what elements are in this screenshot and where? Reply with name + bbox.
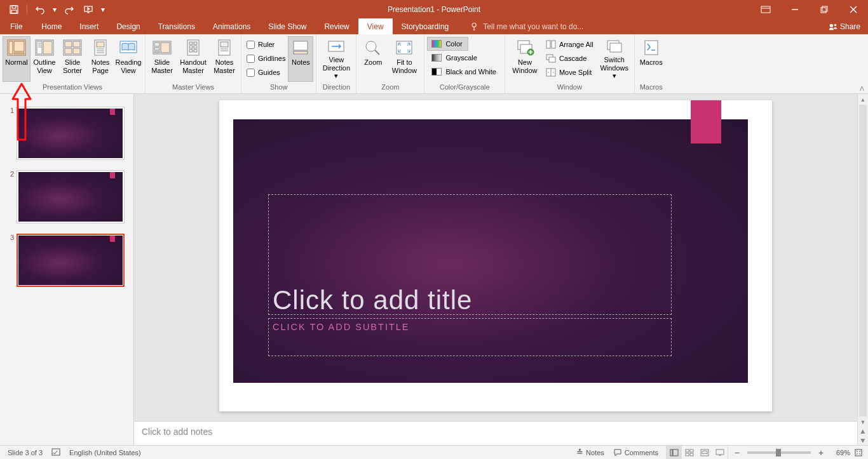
zoom-in[interactable]: + (816, 448, 826, 458)
normal-view-button[interactable]: Normal (3, 36, 31, 82)
group-label-macros: Macros (635, 83, 668, 92)
thumbnail-2-number: 2 (6, 170, 14, 223)
editor-region: Click to add title CLICK TO ADD SUBTITLE… (134, 94, 868, 445)
svg-rect-78 (855, 449, 862, 456)
ruler-label: Ruler (258, 41, 275, 48)
slide-sorter-button[interactable]: Slide Sorter (58, 36, 86, 82)
zoom-slider[interactable] (747, 451, 811, 454)
slide-master-button[interactable]: Slide Master (148, 36, 176, 82)
slide-thumbnail-pane[interactable]: 1 2 3 (0, 94, 134, 445)
zoom-out[interactable]: − (732, 448, 742, 458)
tab-view[interactable]: View (358, 18, 393, 34)
guides-checkbox[interactable]: Guides (244, 65, 288, 79)
zoom-percentage[interactable]: 69% (827, 449, 850, 456)
color-button[interactable]: Color (427, 37, 468, 51)
close-button[interactable] (839, 0, 868, 18)
notes-page-label: Notes Page (89, 58, 112, 74)
reading-view-label: Reading View (116, 58, 142, 74)
svg-rect-6 (822, 6, 827, 11)
scrollbar-thumb[interactable] (859, 105, 867, 416)
save-button[interactable] (5, 0, 23, 18)
tab-slideshow[interactable]: Slide Show (259, 18, 315, 34)
svg-rect-52 (294, 51, 308, 54)
spellcheck-icon[interactable] (51, 448, 60, 458)
ruler-checkbox[interactable]: Ruler (244, 37, 288, 51)
fit-to-window-button[interactable]: Fit to Window (387, 36, 421, 82)
svg-rect-7 (821, 8, 826, 13)
slide-sorter-status[interactable] (682, 446, 697, 460)
next-slide-button[interactable]: ⯆ (858, 436, 868, 445)
undo-button[interactable] (31, 0, 49, 18)
grayscale-button[interactable]: Grayscale (427, 51, 483, 65)
svg-rect-67 (610, 43, 621, 52)
notes-pane[interactable]: Click to add notes (134, 421, 857, 445)
new-window-label: New Window (510, 58, 539, 74)
arrange-all-button[interactable]: Arrange All (542, 37, 597, 51)
start-slideshow-button[interactable] (79, 0, 97, 18)
collapse-ribbon-button[interactable]: ᐱ (860, 85, 864, 92)
tab-home[interactable]: Home (32, 18, 71, 34)
title-placeholder[interactable]: Click to add title (268, 194, 672, 315)
subtitle-placeholder[interactable]: CLICK TO ADD SUBTITLE (268, 318, 672, 356)
svg-point-12 (834, 23, 837, 26)
svg-point-11 (830, 23, 833, 27)
tab-file[interactable]: File (0, 18, 32, 34)
language-indicator[interactable]: English (United States) (69, 449, 141, 456)
gridlines-checkbox[interactable]: Gridlines (244, 51, 288, 65)
reading-view-status[interactable] (697, 446, 712, 460)
share-button[interactable]: Share (821, 18, 868, 34)
handout-master-button[interactable]: Handout Master (176, 36, 210, 82)
svg-rect-48 (220, 42, 228, 47)
notes-toggle[interactable]: ≛Notes (573, 446, 608, 460)
scroll-down-arrow[interactable]: ▼ (858, 416, 868, 427)
thumbnail-2[interactable]: 2 (0, 166, 133, 230)
macros-icon (642, 39, 660, 56)
thumbnail-1[interactable]: 1 (0, 103, 133, 166)
switch-windows-button[interactable]: Switch Windows ▾ (597, 36, 632, 82)
new-window-icon (515, 39, 534, 56)
tab-design[interactable]: Design (107, 18, 149, 34)
cascade-button[interactable]: Cascade (542, 51, 597, 65)
slide-canvas[interactable]: Click to add title CLICK TO ADD SUBTITLE (134, 94, 857, 421)
svg-point-54 (366, 41, 376, 51)
group-zoom: Zoom Fit to Window Zoom (356, 34, 424, 93)
notes-button[interactable]: Notes (288, 36, 313, 82)
slideshow-status[interactable] (712, 446, 728, 460)
svg-rect-14 (9, 41, 13, 54)
move-split-button[interactable]: Move Split (542, 65, 597, 79)
tab-insert[interactable]: Insert (71, 18, 107, 34)
zoom-button[interactable]: Zoom (359, 36, 387, 82)
reading-view-button[interactable]: Reading View (114, 36, 142, 82)
minimize-button[interactable] (780, 0, 810, 18)
prev-slide-button[interactable]: ⯅ (858, 427, 868, 436)
view-direction-button[interactable]: View Direction ▾ (319, 36, 353, 82)
black-white-button[interactable]: Black and White (427, 65, 501, 79)
slide[interactable]: Click to add title CLICK TO ADD SUBTITLE (219, 100, 772, 411)
ribbon-display-options[interactable] (751, 0, 780, 18)
svg-line-55 (375, 50, 379, 55)
new-window-button[interactable]: New Window (508, 36, 542, 82)
zoom-knob[interactable] (776, 449, 781, 456)
restore-button[interactable] (810, 0, 839, 18)
tell-me-search[interactable]: Tell me what you want to do... (458, 18, 583, 34)
qat-customize[interactable]: ▾ (98, 0, 107, 18)
outline-view-button[interactable]: Outline View (31, 36, 58, 82)
tab-review[interactable]: Review (315, 18, 358, 34)
scroll-up-arrow[interactable]: ▲ (858, 94, 868, 105)
tab-transitions[interactable]: Transitions (149, 18, 204, 34)
thumbnail-3[interactable]: 3 (0, 230, 133, 293)
undo-dropdown[interactable]: ▾ (50, 0, 59, 18)
normal-view-status[interactable] (667, 446, 682, 460)
outline-view-icon (35, 39, 54, 56)
tab-animations[interactable]: Animations (204, 18, 259, 34)
macros-button[interactable]: Macros (637, 36, 665, 82)
notes-master-button[interactable]: Notes Master (210, 36, 238, 82)
redo-button[interactable] (60, 0, 78, 18)
ribbon-tabs: File Home Insert Design Transitions Anim… (0, 18, 868, 34)
tab-storyboarding[interactable]: Storyboarding (393, 18, 458, 34)
group-direction: View Direction ▾ Direction (316, 34, 356, 93)
fit-to-window-status[interactable] (851, 446, 865, 460)
notes-page-button[interactable]: Notes Page (86, 36, 114, 82)
comments-toggle[interactable]: Comments (609, 446, 662, 460)
vertical-scrollbar[interactable]: ▲ ▼ ⯅ ⯆ (857, 94, 868, 445)
